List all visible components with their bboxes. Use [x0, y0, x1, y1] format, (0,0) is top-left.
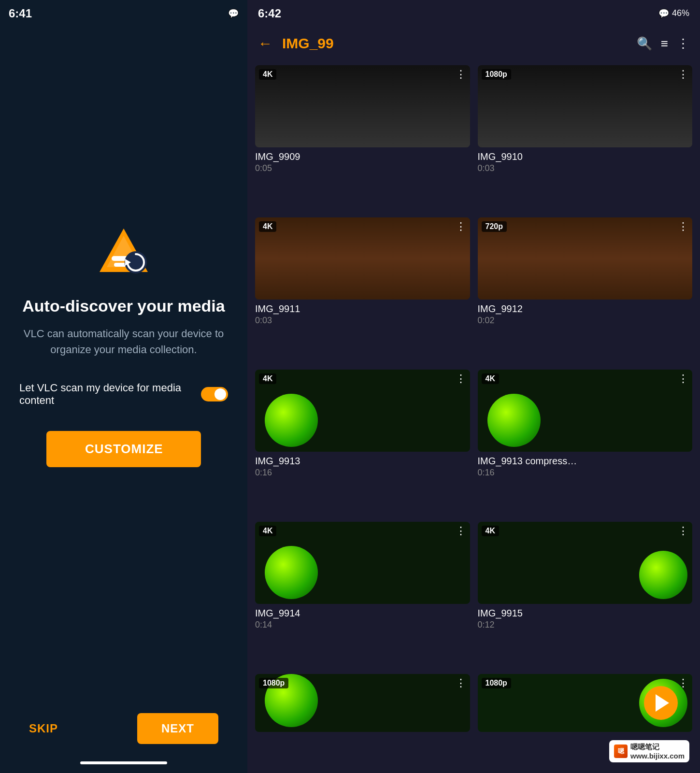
video-duration: 0:02 [478, 315, 693, 326]
next-button[interactable]: NEXT [137, 713, 218, 744]
bottom-nav: SKIP NEXT [0, 713, 247, 744]
more-icon[interactable]: ⋮ [678, 372, 688, 385]
video-thumbnail[interactable]: 1080p ⋮ [478, 65, 693, 147]
list-item[interactable]: 4K ⋮ IMG_9909 0:05 [255, 65, 470, 210]
video-name: IMG_9914 [255, 608, 470, 619]
video-name: IMG_9910 [478, 151, 693, 162]
video-duration: 0:05 [255, 163, 470, 173]
status-time-left: 6:41 [9, 7, 32, 20]
home-indicator [80, 761, 167, 764]
status-icons-right: 💬 46% [658, 8, 689, 19]
list-item[interactable]: 4K ⋮ IMG_9911 0:03 [255, 217, 470, 362]
play-overlay[interactable] [644, 686, 678, 720]
subtitle-text: VLC can automatically scan your device t… [19, 326, 228, 358]
left-content: Auto-discover your media VLC can automat… [0, 27, 247, 773]
quality-badge: 720p [482, 221, 507, 232]
more-icon[interactable]: ⋮ [678, 220, 688, 233]
whatsapp-icon: 💬 [228, 8, 239, 19]
quality-badge: 4K [259, 69, 276, 80]
quality-badge: 1080p [482, 69, 511, 80]
play-icon [656, 694, 669, 712]
toggle-row: Let VLC scan my device for media content [19, 382, 228, 407]
left-panel: 6:41 💬 Auto-discover your media VLC can … [0, 0, 247, 773]
quality-badge: 4K [482, 373, 499, 384]
more-icon[interactable]: ⋮ [456, 677, 466, 689]
status-time-right: 6:42 [258, 7, 281, 20]
watermark-icon-text: 嗯 [618, 747, 624, 756]
video-grid: 4K ⋮ IMG_9909 0:05 1080p ⋮ IMG_9910 0:03… [247, 60, 700, 773]
video-name: IMG_9912 [478, 303, 693, 315]
search-icon[interactable]: 🔍 [637, 36, 652, 51]
video-name: IMG_9913 [255, 456, 470, 467]
filter-icon[interactable]: ≡ [661, 36, 668, 51]
quality-badge: 4K [259, 373, 276, 384]
video-duration: 0:12 [478, 620, 693, 630]
right-panel: 6:42 💬 46% ← IMG_99 🔍 ≡ ⋮ 4K ⋮ IMG_9909 … [247, 0, 700, 773]
back-button[interactable]: ← [258, 35, 272, 52]
customize-button[interactable]: CUSTOMIZE [46, 431, 201, 467]
list-item[interactable]: 4K ⋮ IMG_9915 0:12 [478, 522, 693, 666]
whatsapp-icon-right: 💬 [658, 8, 669, 19]
status-icons-left: 💬 [228, 8, 239, 19]
scan-toggle[interactable] [201, 387, 228, 401]
top-bar: ← IMG_99 🔍 ≡ ⋮ [247, 27, 700, 60]
list-item[interactable]: 720p ⋮ IMG_9912 0:02 [478, 217, 693, 362]
video-duration: 0:03 [478, 163, 693, 173]
video-duration: 0:14 [255, 620, 470, 630]
video-thumbnail[interactable]: 1080p ⋮ [255, 674, 470, 732]
list-item[interactable]: 1080p ⋮ IMG_9910 0:03 [478, 65, 693, 210]
video-duration: 0:03 [255, 315, 470, 326]
top-icons: 🔍 ≡ ⋮ [637, 36, 689, 51]
video-duration: 0:16 [255, 468, 470, 478]
more-icon[interactable]: ⋮ [678, 677, 688, 689]
status-bar-left: 6:41 💬 [0, 0, 247, 27]
video-thumbnail[interactable]: 4K ⋮ [255, 217, 470, 300]
list-item[interactable]: 4K ⋮ IMG_9913 compress… 0:16 [478, 370, 693, 514]
video-name: IMG_9913 compress… [478, 456, 693, 467]
watermark: 嗯 嗯嗯笔记www.bijixx.com [609, 740, 689, 762]
video-thumbnail[interactable]: 4K ⋮ [255, 65, 470, 147]
quality-badge: 4K [482, 526, 499, 536]
watermark-icon: 嗯 [614, 744, 628, 758]
more-icon[interactable]: ⋮ [456, 220, 466, 233]
quality-badge: 1080p [259, 678, 288, 688]
list-item[interactable]: 4K ⋮ IMG_9913 0:16 [255, 370, 470, 514]
more-icon[interactable]: ⋮ [678, 525, 688, 537]
toggle-label: Let VLC scan my device for media content [19, 382, 201, 407]
video-duration: 0:16 [478, 468, 693, 478]
more-options-icon[interactable]: ⋮ [677, 36, 689, 51]
video-name: IMG_9909 [255, 151, 470, 162]
toggle-thumb [214, 388, 226, 400]
main-title: Auto-discover your media [22, 296, 225, 316]
status-bar-right: 6:42 💬 46% [247, 0, 700, 27]
folder-title: IMG_99 [282, 35, 637, 52]
video-thumbnail[interactable]: 1080p ⋮ [478, 674, 693, 732]
more-icon[interactable]: ⋮ [456, 372, 466, 385]
more-icon[interactable]: ⋮ [456, 68, 466, 81]
battery-right: 46% [672, 8, 689, 18]
video-name: IMG_9911 [255, 303, 470, 315]
video-thumbnail[interactable]: 720p ⋮ [478, 217, 693, 300]
list-item[interactable]: 4K ⋮ IMG_9914 0:14 [255, 522, 470, 666]
video-thumbnail[interactable]: 4K ⋮ [255, 522, 470, 604]
skip-button[interactable]: SKIP [29, 722, 58, 735]
video-name: IMG_9915 [478, 608, 693, 619]
quality-badge: 4K [259, 526, 276, 536]
video-thumbnail[interactable]: 4K ⋮ [255, 370, 470, 452]
quality-badge: 4K [259, 221, 276, 232]
quality-badge: 1080p [482, 678, 511, 688]
vlc-logo-container [95, 226, 153, 279]
more-icon[interactable]: ⋮ [678, 68, 688, 81]
video-thumbnail[interactable]: 4K ⋮ [478, 522, 693, 604]
list-item[interactable]: 1080p ⋮ [255, 674, 470, 768]
video-thumbnail[interactable]: 4K ⋮ [478, 370, 693, 452]
vlc-logo-svg [95, 226, 153, 279]
watermark-text: 嗯嗯笔记www.bijixx.com [630, 743, 685, 760]
more-icon[interactable]: ⋮ [456, 525, 466, 537]
